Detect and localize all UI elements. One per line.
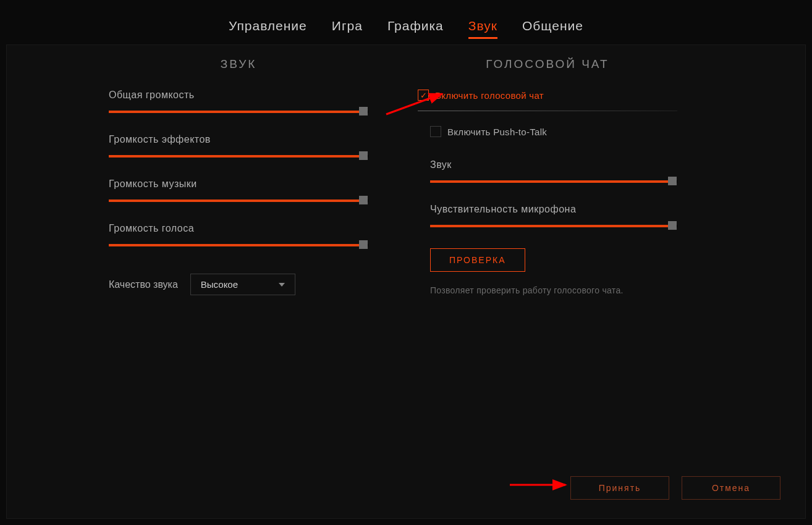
slider-label: Чувствительность микрофона [430,204,677,215]
enable-voice-chat-checkbox[interactable]: ✓ [418,90,429,101]
slider-row-mic: Чувствительность микрофона [430,204,677,230]
tab-graphics[interactable]: Графика [387,19,444,39]
slider-label: Общая громкость [109,90,368,101]
sound-quality-dropdown[interactable]: Высокое [190,274,295,295]
voice-chat-column: ГОЛОСОВОЙ ЧАТ ✓ Включить голосовой чат В… [418,57,677,295]
tab-game[interactable]: Игра [332,19,363,39]
enable-voice-chat-label: Включить голосовой чат [435,90,544,101]
push-to-talk-checkbox[interactable] [430,126,441,137]
slider-row-master: Общая громкость [109,90,368,116]
slider-label: Громкость голоса [109,223,368,234]
slider-label: Громкость музыки [109,178,368,190]
test-voice-button[interactable]: ПРОВЕРКА [430,248,525,272]
sound-quality-label: Качество звука [109,279,178,290]
footer-buttons: Принять Отмена [570,476,780,500]
voice-volume-slider[interactable] [109,240,368,249]
chevron-down-icon [279,283,285,287]
sound-column: ЗВУК Общая громкость Громкость эффектов … [109,57,368,295]
slider-row-vc-sound: Звук [430,159,677,185]
voice-chat-title: ГОЛОСОВОЙ ЧАТ [418,57,677,71]
master-volume-slider[interactable] [109,107,368,116]
slider-row-voice: Громкость голоса [109,223,368,249]
tab-sound[interactable]: Звук [468,19,497,39]
test-voice-hint: Позволяет проверить работу голосового ча… [430,285,677,295]
slider-row-music: Громкость музыки [109,178,368,204]
tab-control[interactable]: Управление [229,19,307,39]
slider-label: Громкость эффектов [109,134,368,145]
test-area: ПРОВЕРКА Позволяет проверить работу голо… [430,248,677,295]
voice-chat-sound-slider[interactable] [430,177,677,185]
cancel-button[interactable]: Отмена [682,476,780,500]
sound-quality-value: Высокое [201,279,238,290]
checkmark-icon: ✓ [420,91,427,99]
slider-row-effects: Громкость эффектов [109,134,368,160]
sound-column-title: ЗВУК [109,57,368,71]
push-to-talk-row: Включить Push-to-Talk [430,126,677,137]
push-to-talk-label: Включить Push-to-Talk [447,127,547,137]
mic-sensitivity-slider[interactable] [430,221,677,230]
sound-quality-row: Качество звука Высокое [109,274,368,295]
settings-panel: ЗВУК Общая громкость Громкость эффектов … [6,44,806,519]
tab-communication[interactable]: Общение [522,19,583,39]
divider [418,111,677,111]
slider-label: Звук [430,159,677,170]
music-volume-slider[interactable] [109,196,368,204]
accept-button[interactable]: Принять [570,476,669,500]
effects-volume-slider[interactable] [109,151,368,160]
enable-voice-chat-row: ✓ Включить голосовой чат [418,90,677,101]
